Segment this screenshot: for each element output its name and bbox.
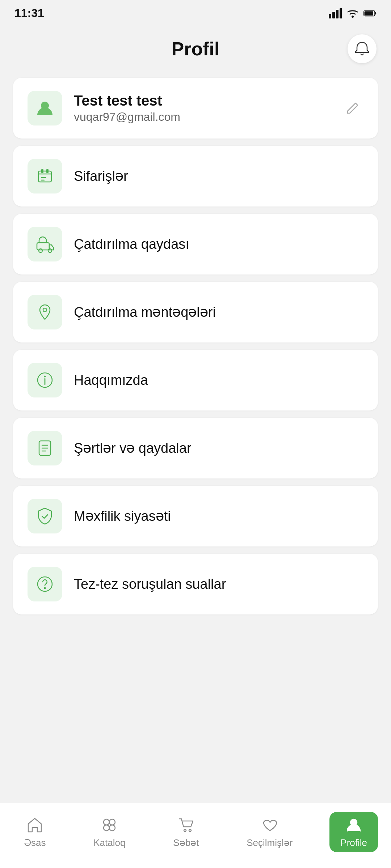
- bottom-nav: Əsas Kataloq Səbət: [0, 803, 391, 868]
- faq-icon-wrap: [28, 567, 62, 601]
- svg-rect-9: [38, 171, 51, 182]
- profile-info: Test test test vuqar97@gmail.com: [74, 93, 330, 124]
- menu-item-orders[interactable]: Sifarişlər: [13, 146, 378, 207]
- terms-icon-wrap: [28, 431, 62, 465]
- profile-card[interactable]: Test test test vuqar97@gmail.com: [13, 78, 378, 139]
- battery-icon: [363, 7, 377, 20]
- nav-item-favorites[interactable]: Seçilmişlər: [236, 812, 303, 852]
- nav-item-catalog[interactable]: Kataloq: [83, 812, 136, 852]
- page-title: Profil: [43, 38, 348, 60]
- nav-label-cart: Səbət: [173, 837, 199, 848]
- svg-rect-7: [364, 11, 373, 15]
- svg-point-20: [44, 587, 46, 589]
- menu-item-delivery-rule[interactable]: Çatdırılma qaydası: [13, 214, 378, 275]
- nav-item-cart[interactable]: Səbət: [162, 812, 210, 852]
- svg-point-13: [39, 249, 42, 252]
- svg-point-26: [189, 829, 191, 831]
- orders-icon-wrap: [28, 159, 62, 193]
- privacy-label: Məxfilik siyasəti: [74, 508, 363, 524]
- about-label: Haqqımızda: [74, 373, 363, 388]
- menu-item-delivery-locations[interactable]: Çatdırılma məntəqələri: [13, 282, 378, 342]
- svg-rect-10: [41, 169, 43, 173]
- svg-point-22: [109, 819, 115, 825]
- profile-email: vuqar97@gmail.com: [74, 110, 330, 124]
- nav-label-favorites: Seçilmişlər: [247, 837, 293, 848]
- svg-point-15: [43, 308, 47, 312]
- content: Test test test vuqar97@gmail.com Sifariş…: [0, 71, 391, 687]
- menu-item-privacy[interactable]: Məxfilik siyasəti: [13, 486, 378, 546]
- svg-point-23: [104, 825, 109, 831]
- menu-item-terms[interactable]: Şərtlər və qaydalar: [13, 418, 378, 478]
- delivery-rule-label: Çatdırılma qaydası: [74, 237, 363, 252]
- notifications-button[interactable]: [348, 34, 377, 63]
- edit-profile-button[interactable]: [342, 97, 363, 119]
- avatar: [28, 91, 62, 125]
- status-bar: 11:31: [0, 0, 391, 24]
- svg-rect-0: [329, 14, 331, 18]
- delivery-locations-label: Çatdırılma məntəqələri: [74, 304, 363, 320]
- svg-point-4: [352, 16, 354, 18]
- about-icon-wrap: [28, 363, 62, 397]
- catalog-icon: [100, 816, 119, 834]
- nav-label-home: Əsas: [24, 837, 46, 848]
- delivery-locations-icon-wrap: [28, 295, 62, 329]
- svg-point-21: [104, 819, 109, 825]
- nav-label-catalog: Kataloq: [93, 837, 125, 848]
- svg-rect-6: [375, 12, 376, 14]
- svg-point-17: [44, 376, 46, 378]
- svg-point-14: [48, 249, 52, 252]
- status-time: 11:31: [14, 7, 44, 20]
- svg-point-19: [38, 577, 52, 591]
- svg-rect-1: [332, 12, 335, 18]
- profile-nav-icon: [344, 816, 363, 834]
- profile-name: Test test test: [74, 93, 330, 109]
- svg-rect-11: [46, 169, 49, 173]
- menu-item-faq[interactable]: Tez-tez soruşulan suallar: [13, 554, 378, 614]
- terms-label: Şərtlər və qaydalar: [74, 440, 363, 456]
- status-icons: [329, 7, 377, 20]
- delivery-rule-icon-wrap: [28, 227, 62, 261]
- header: Profil: [0, 24, 391, 71]
- svg-rect-3: [340, 8, 342, 18]
- svg-rect-2: [336, 10, 339, 18]
- orders-label: Sifarişlər: [74, 168, 363, 184]
- signal-icon: [329, 7, 342, 20]
- menu-item-about[interactable]: Haqqımızda: [13, 350, 378, 410]
- svg-point-25: [184, 829, 186, 831]
- privacy-icon-wrap: [28, 499, 62, 533]
- home-icon: [25, 816, 44, 834]
- nav-label-profile: Profile: [340, 837, 367, 848]
- nav-item-home[interactable]: Əsas: [13, 812, 56, 852]
- svg-rect-12: [37, 243, 49, 250]
- faq-label: Tez-tez soruşulan suallar: [74, 576, 363, 592]
- cart-icon: [177, 816, 196, 834]
- wifi-icon: [346, 7, 359, 20]
- nav-item-profile[interactable]: Profile: [329, 812, 378, 852]
- svg-point-24: [109, 825, 115, 831]
- favorites-icon: [260, 816, 279, 834]
